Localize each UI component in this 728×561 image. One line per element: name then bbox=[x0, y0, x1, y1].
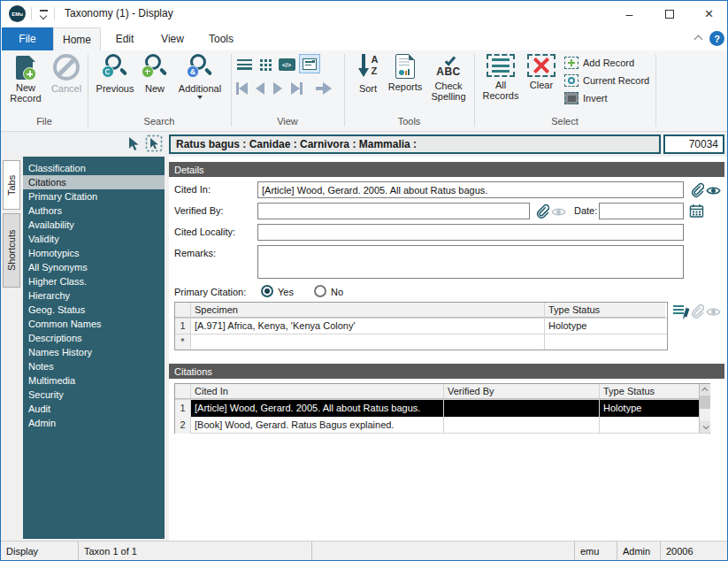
tab-edit[interactable]: Edit bbox=[101, 27, 149, 50]
new-record-button[interactable]: New Record bbox=[4, 54, 47, 104]
close-button[interactable]: × bbox=[689, 1, 728, 27]
type-status-column-header[interactable]: Type Status bbox=[545, 303, 665, 318]
quick-access-dropdown-icon[interactable] bbox=[38, 8, 50, 20]
scroll-up-icon[interactable] bbox=[700, 384, 710, 396]
cancel-button[interactable]: Cancel bbox=[47, 54, 86, 94]
primary-citation-no-radio[interactable] bbox=[314, 285, 326, 297]
verified-by-input[interactable] bbox=[257, 203, 530, 219]
goto-record-button[interactable] bbox=[316, 82, 332, 95]
all-records-button[interactable]: All Records bbox=[479, 54, 522, 101]
tab-home[interactable]: Home bbox=[53, 27, 101, 50]
type-status-cell[interactable] bbox=[545, 334, 665, 350]
maximize-button[interactable] bbox=[649, 1, 689, 27]
select-region-cursor-icon[interactable] bbox=[145, 134, 163, 153]
grid-view-button[interactable] bbox=[256, 56, 275, 73]
specimen-column-header[interactable]: Specimen bbox=[191, 303, 545, 318]
first-record-icon bbox=[239, 82, 248, 95]
type-status-cell[interactable]: Holotype bbox=[600, 400, 699, 417]
sidebar-item-citations[interactable]: Citations bbox=[23, 175, 165, 189]
sidebar-tab-tabs[interactable]: Tabs bbox=[3, 160, 20, 210]
current-record-button[interactable]: Current Record bbox=[564, 74, 649, 87]
check-spelling-button[interactable]: ABC Check Spelling bbox=[425, 54, 471, 102]
sidebar-item-audit[interactable]: Audit bbox=[23, 402, 165, 416]
list-view-button[interactable] bbox=[234, 56, 254, 73]
minimize-button[interactable]: – bbox=[609, 1, 649, 27]
specimen-cell[interactable]: [A.971] Africa, Kenya, 'Kenya Colony' bbox=[191, 319, 545, 334]
sidebar-item-geog-status[interactable]: Geog. Status bbox=[23, 303, 165, 317]
sidebar-item-admin[interactable]: Admin bbox=[23, 416, 165, 430]
details-view-button[interactable] bbox=[299, 54, 320, 73]
help-icon[interactable]: ? bbox=[709, 31, 724, 46]
clear-selection-button[interactable]: Clear bbox=[522, 54, 561, 90]
primary-citation-no-label: No bbox=[331, 287, 343, 297]
cited-in-column-header[interactable]: Cited In bbox=[191, 384, 444, 399]
additional-search-button[interactable]: & Additional bbox=[172, 54, 227, 99]
verified-by-cell[interactable] bbox=[444, 400, 600, 417]
collapse-ribbon-icon[interactable] bbox=[694, 35, 704, 42]
sidebar-item-higher-class[interactable]: Higher Class. bbox=[23, 274, 165, 288]
tab-view[interactable]: View bbox=[149, 27, 196, 50]
scrollbar-thumb[interactable] bbox=[700, 396, 710, 409]
type-status-column-header[interactable]: Type Status bbox=[600, 384, 699, 399]
cited-in-view-icon[interactable] bbox=[706, 183, 721, 198]
date-calendar-icon[interactable] bbox=[689, 204, 704, 219]
next-record-button[interactable] bbox=[273, 82, 282, 95]
date-input[interactable] bbox=[599, 203, 684, 219]
cited-in-cell[interactable]: [Article] Wood, Gerard. 2005. All about … bbox=[191, 400, 444, 417]
verified-by-attach-icon[interactable] bbox=[534, 204, 549, 219]
sidebar-item-security[interactable]: Security bbox=[23, 388, 165, 402]
status-user: emu bbox=[575, 542, 617, 560]
new-search-icon bbox=[142, 54, 168, 81]
sidebar-item-homotypics[interactable]: Homotypics bbox=[23, 246, 165, 260]
type-status-cell[interactable]: Holotype bbox=[545, 319, 665, 334]
sidebar-item-hierarchy[interactable]: Hierarchy bbox=[23, 288, 165, 303]
add-record-button[interactable]: Add Record bbox=[564, 57, 634, 69]
cited-in-cell[interactable]: [Book] Wood, Gerard. Ratus Bagus explain… bbox=[191, 417, 444, 434]
sidebar-item-primary-citation[interactable]: Primary Citation bbox=[23, 189, 165, 204]
citation-row[interactable]: 2 [Book] Wood, Gerard. Ratus Bagus expla… bbox=[175, 417, 709, 434]
sidebar-item-all-synonyms[interactable]: All Synonyms bbox=[23, 260, 165, 274]
xml-view-button[interactable]: </> bbox=[277, 56, 296, 73]
new-search-button[interactable]: New bbox=[137, 54, 172, 94]
tab-file[interactable]: File bbox=[2, 27, 53, 50]
specimen-row[interactable]: 1 [A.971] Africa, Kenya, 'Kenya Colony' … bbox=[175, 319, 667, 334]
last-record-button[interactable] bbox=[291, 82, 303, 95]
sidebar-item-descriptions[interactable]: Descriptions bbox=[23, 331, 165, 345]
previous-record-button[interactable] bbox=[256, 82, 264, 95]
emu-logo-icon[interactable]: EMu bbox=[9, 5, 26, 22]
previous-search-button[interactable]: Previous bbox=[93, 54, 137, 94]
sidebar-item-classification[interactable]: Classification bbox=[23, 161, 165, 175]
invert-selection-button[interactable]: Invert bbox=[564, 92, 608, 104]
sort-button[interactable]: AZ Sort bbox=[351, 54, 385, 94]
verified-by-column-header[interactable]: Verified By bbox=[444, 384, 600, 399]
sidebar-item-availability[interactable]: Availability bbox=[23, 218, 165, 232]
sidebar-item-multimedia[interactable]: Multimedia bbox=[23, 373, 165, 388]
cited-in-input[interactable] bbox=[257, 181, 684, 198]
first-record-button[interactable] bbox=[236, 82, 248, 95]
sidebar-item-authors[interactable]: Authors bbox=[23, 204, 165, 218]
select-cursor-icon[interactable] bbox=[126, 136, 141, 151]
previous-search-icon bbox=[102, 54, 128, 81]
verified-by-cell[interactable] bbox=[444, 417, 600, 434]
grid-autofill-icon[interactable] bbox=[673, 304, 687, 318]
citations-grid-header: Cited In Verified By Type Status bbox=[175, 384, 709, 400]
specimen-new-row[interactable]: * bbox=[175, 334, 667, 350]
sidebar-tab-shortcuts[interactable]: Shortcuts bbox=[3, 213, 20, 288]
tab-tools[interactable]: Tools bbox=[196, 27, 246, 50]
type-status-cell[interactable] bbox=[600, 417, 699, 434]
reports-button[interactable]: Reports bbox=[385, 54, 425, 92]
citations-scrollbar[interactable] bbox=[699, 384, 710, 433]
sidebar-item-validity[interactable]: Validity bbox=[23, 232, 165, 246]
scroll-down-icon[interactable] bbox=[700, 421, 710, 433]
specimen-cell[interactable] bbox=[191, 334, 545, 350]
sidebar-item-names-history[interactable]: Names History bbox=[23, 345, 165, 359]
citation-row-selected[interactable]: 1 [Article] Wood, Gerard. 2005. All abou… bbox=[175, 400, 709, 417]
record-number-box: 70034 bbox=[663, 134, 724, 154]
primary-citation-yes-radio[interactable] bbox=[261, 285, 273, 297]
sidebar-item-common-names[interactable]: Common Names bbox=[23, 317, 165, 331]
sidebar-item-notes[interactable]: Notes bbox=[23, 359, 165, 373]
cited-locality-input[interactable] bbox=[257, 224, 684, 241]
remarks-input[interactable] bbox=[257, 245, 684, 279]
primary-citation-label: Primary Citation: bbox=[174, 287, 246, 297]
cited-in-attach-icon[interactable] bbox=[689, 182, 704, 197]
